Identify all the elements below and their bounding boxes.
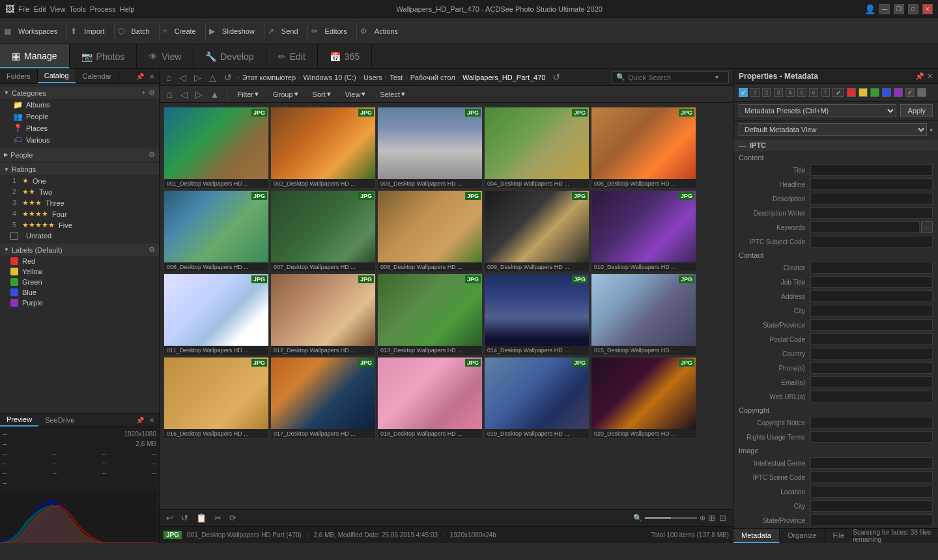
menu-process[interactable]: Process xyxy=(90,5,116,13)
right-close-icon[interactable]: ✕ xyxy=(927,72,933,81)
create-button[interactable]: Create xyxy=(169,22,202,40)
thumb-016[interactable]: JPG 016_Desktop Wallpapers HD ... xyxy=(163,357,269,439)
rating-1[interactable]: 1 ★ One xyxy=(0,175,159,186)
panel-close-icon[interactable]: ✕ xyxy=(147,72,156,81)
iptc-keywords-btn[interactable]: … xyxy=(921,221,933,233)
meta-preset-select[interactable]: Metadata Presets (Ctrl+M) xyxy=(739,104,896,117)
label-purple[interactable]: Purple xyxy=(0,298,159,308)
rpanel-tab-file[interactable]: File xyxy=(825,529,853,543)
tab-calendar[interactable]: Calendar xyxy=(76,70,119,83)
iptc-email-value[interactable] xyxy=(810,376,933,388)
iptc-description-value[interactable] xyxy=(810,193,933,204)
iptc-header[interactable]: — IPTC xyxy=(733,139,938,151)
category-various[interactable]: 🏷 Various xyxy=(0,134,159,146)
ratings-header[interactable]: ▼ Ratings xyxy=(0,163,159,175)
thumb-001[interactable]: JPG 001_Desktop Wallpapers HD ... xyxy=(163,107,269,189)
thumb-019[interactable]: JPG 019_Desktop Wallpapers HD ... xyxy=(484,357,590,439)
meta-num-3[interactable]: 3 xyxy=(774,88,783,97)
preview-close-icon[interactable]: ✕ xyxy=(147,415,156,425)
select-button[interactable]: Select ▾ xyxy=(374,88,411,100)
meta-num-7[interactable]: 7 xyxy=(821,88,830,97)
label-yellow[interactable]: Yellow xyxy=(0,266,159,277)
thumb-018[interactable]: JPG 018_Desktop Wallpapers HD ... xyxy=(377,357,483,439)
path-users[interactable]: Users xyxy=(363,74,382,81)
apply-button[interactable]: Apply xyxy=(900,104,933,117)
cut-btn[interactable]: ✂ xyxy=(212,512,224,524)
tab-view[interactable]: 👁 View xyxy=(137,44,193,68)
meta-color-red[interactable] xyxy=(847,88,856,97)
workspaces-button[interactable]: Workspaces xyxy=(12,22,63,40)
thumb-013[interactable]: JPG 013_Desktop Wallpapers HD ... xyxy=(377,273,483,356)
copy-btn[interactable]: 📋 xyxy=(193,512,209,524)
rating-3[interactable]: 3 ★★★ Three xyxy=(0,197,159,208)
group-button[interactable]: Group ▾ xyxy=(267,88,304,100)
refresh-nav-btn[interactable]: ↺ xyxy=(221,71,234,84)
people-gear-btn[interactable]: ⚙ xyxy=(149,150,155,159)
thumb-011[interactable]: JPG 011_Desktop Wallpapers HD ... xyxy=(163,273,269,356)
restore-button[interactable]: ❐ xyxy=(894,4,904,14)
thumb-005[interactable]: JPG 005_Desktop Wallpapers HD ... xyxy=(591,107,696,189)
minimize-button[interactable]: — xyxy=(879,4,890,14)
search-dropdown-icon[interactable]: ▾ xyxy=(715,74,718,81)
iptc-rights-value[interactable] xyxy=(810,431,933,443)
tab-catalog[interactable]: Catalog xyxy=(38,69,76,83)
slideshow-button[interactable]: Slideshow xyxy=(216,22,261,40)
redo-btn[interactable]: ↺ xyxy=(178,512,191,524)
labels-header[interactable]: ▼ Labels (Default) ⚙ xyxy=(0,244,159,256)
filter-back-btn[interactable]: ◁ xyxy=(178,88,190,101)
meta-color-yellow[interactable] xyxy=(859,88,868,97)
rating-unrated[interactable]: Unrated xyxy=(0,231,159,241)
up-nav-btn[interactable]: △ xyxy=(206,71,219,84)
thumb-004[interactable]: JPG 004_Desktop Wallpapers HD ... xyxy=(484,107,590,189)
import-button[interactable]: Import xyxy=(78,22,110,40)
send-button[interactable]: Send xyxy=(276,22,304,40)
iptc-country-value[interactable] xyxy=(810,348,933,359)
iptc-location-value[interactable] xyxy=(810,486,933,497)
sort-button[interactable]: Sort ▾ xyxy=(307,88,337,100)
view-button[interactable]: View ▾ xyxy=(339,88,372,100)
filter-up-btn[interactable]: ▲ xyxy=(208,88,222,101)
category-places[interactable]: 📍 Places xyxy=(0,122,159,134)
thumb-007[interactable]: JPG 007_Desktop Wallpapers HD ... xyxy=(270,190,376,272)
filter-forward-btn[interactable]: ▷ xyxy=(193,88,205,101)
people-header[interactable]: ▶ People ⚙ xyxy=(0,148,159,161)
tab-seedrive[interactable]: SeeDrive xyxy=(38,414,81,426)
rating-5[interactable]: 5 ★★★★★ Five xyxy=(0,219,159,231)
tab-manage[interactable]: ▦ Manage xyxy=(0,44,70,68)
filter-home-btn[interactable]: ⌂ xyxy=(163,87,175,102)
zoom-plus-icon[interactable]: ⊕ xyxy=(700,514,705,522)
menu-view[interactable]: View xyxy=(50,5,66,13)
iptc-copyright-value[interactable] xyxy=(810,417,933,428)
category-people[interactable]: 👥 People xyxy=(0,111,159,122)
meta-num-5[interactable]: 5 xyxy=(797,88,806,97)
tab-develop[interactable]: 🔧 Develop xyxy=(193,44,266,68)
iptc-state-value[interactable] xyxy=(810,319,933,331)
label-green[interactable]: Green xyxy=(0,277,159,287)
thumb-012[interactable]: JPG 012_Desktop Wallpapers HD ... xyxy=(270,273,376,356)
preview-pin-icon[interactable]: 📌 xyxy=(135,415,145,425)
tab-edit[interactable]: ✏ Edit xyxy=(266,44,318,68)
maximize-button[interactable]: □ xyxy=(908,4,918,14)
menu-file[interactable]: File xyxy=(18,5,30,13)
iptc-title-value[interactable] xyxy=(810,164,933,176)
thumb-006[interactable]: JPG 006_Desktop Wallpapers HD ... xyxy=(163,190,269,272)
zoom-minus-icon[interactable]: 🔍 xyxy=(633,514,642,522)
right-pin-icon[interactable]: 📌 xyxy=(915,72,924,81)
close-button[interactable]: ✕ xyxy=(922,4,933,14)
iptc-weburl-value[interactable] xyxy=(810,391,933,402)
tab-365[interactable]: 📅 365 xyxy=(318,44,372,68)
meta-check-icon[interactable]: ✓ xyxy=(739,88,748,97)
filter-button[interactable]: Filter ▾ xyxy=(232,88,264,100)
labels-gear-btn[interactable]: ⚙ xyxy=(149,245,155,254)
back-nav-btn[interactable]: ◁ xyxy=(177,71,189,84)
fullscreen-icon[interactable]: ⊡ xyxy=(719,513,726,523)
categories-add-btn[interactable]: + xyxy=(142,89,146,97)
iptc-subject-value[interactable] xyxy=(810,236,933,247)
actions-button[interactable]: Actions xyxy=(369,22,404,40)
iptc-phone-value[interactable] xyxy=(810,362,933,374)
tab-photos[interactable]: 📷 Photos xyxy=(70,44,137,68)
rating-2[interactable]: 2 ★★ Two xyxy=(0,186,159,197)
meta-color-purple[interactable] xyxy=(894,88,903,97)
path-drive[interactable]: Windows 10 (C:) xyxy=(303,74,356,81)
thumb-020[interactable]: JPG 020_Desktop Wallpapers HD ... xyxy=(591,357,696,439)
